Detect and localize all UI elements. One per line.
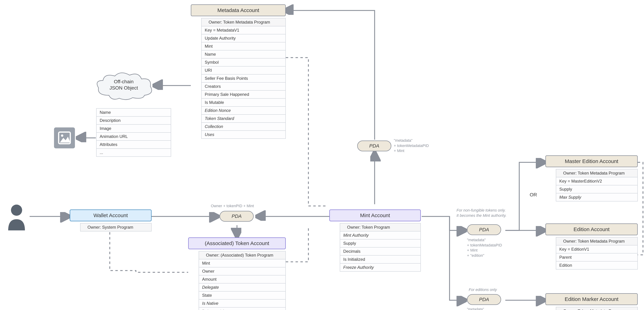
wallet-account: Wallet Account bbox=[70, 209, 152, 221]
pda-label-2: PDA bbox=[369, 143, 379, 148]
pda-marker: PDA bbox=[467, 294, 501, 305]
pda-edition: PDA bbox=[467, 224, 501, 235]
user-icon bbox=[5, 203, 28, 231]
field-row: Uses bbox=[201, 131, 286, 139]
field-row: Collection bbox=[201, 123, 286, 131]
pda-token: PDA bbox=[220, 211, 254, 222]
token-title: (Associated) Token Account bbox=[189, 238, 285, 249]
field-row: Delegate bbox=[199, 283, 286, 291]
field-row: Mint bbox=[199, 259, 286, 267]
field-row: Owner bbox=[199, 267, 286, 275]
field-row: Is Mutable bbox=[201, 99, 286, 107]
metadata-title: Metadata Account bbox=[191, 5, 285, 16]
field-row: Key = EditionV1 bbox=[556, 245, 638, 253]
edition-note: For non-fungible tokens only.It becomes … bbox=[456, 208, 506, 218]
pda-metadata-seeds: "metadata" + tokenMetadataPID + Mint bbox=[394, 138, 429, 153]
field-row: ... bbox=[96, 149, 171, 157]
field-row: Update Authority bbox=[201, 34, 286, 42]
field-row: Name bbox=[96, 108, 171, 117]
field-row: Owner: Token Metadata Program bbox=[556, 307, 638, 310]
master-edition-account: Master Edition Account bbox=[546, 155, 638, 167]
mint-title: Mint Account bbox=[330, 210, 420, 221]
edition-marker-account: Edition Marker Account bbox=[546, 293, 638, 305]
field-row: Freeze Authority bbox=[340, 264, 421, 272]
field-row: Key = MasterEditionV2 bbox=[556, 177, 638, 185]
field-row: Mint bbox=[201, 42, 286, 50]
pda-edition-seeds: "metadata" + tokenMetadataPID + Mint + "… bbox=[467, 237, 502, 258]
pda-marker-seeds: "metadata" + tokenMetadataPID + Mint + "… bbox=[467, 307, 499, 310]
edition-account: Edition Account bbox=[546, 223, 638, 235]
field-row: URI bbox=[201, 67, 286, 75]
field-row: Supply bbox=[556, 185, 638, 193]
field-row: Description bbox=[96, 117, 171, 125]
json-cloud: Off-chainJSON Object bbox=[92, 72, 155, 101]
edition-marker-title: Edition Marker Account bbox=[546, 294, 637, 304]
marker-note: For editions only bbox=[469, 287, 497, 292]
field-row: Owner: Token Program bbox=[340, 223, 421, 231]
metadata-account: Metadata Account bbox=[191, 4, 286, 16]
field-row: Amount bbox=[199, 275, 286, 283]
pda-metadata: PDA bbox=[357, 140, 391, 151]
pda-label: PDA bbox=[232, 214, 242, 219]
field-row: Max Supply bbox=[556, 193, 638, 201]
field-row: Owner: Token Metadata Program bbox=[556, 237, 638, 245]
wallet-title: Wallet Account bbox=[70, 210, 151, 221]
master-edition-title: Master Edition Account bbox=[546, 156, 637, 167]
wallet-owner: Owner: System Program bbox=[80, 223, 152, 231]
pda-label-3: PDA bbox=[479, 227, 489, 232]
edition-title: Edition Account bbox=[546, 224, 637, 235]
field-row: Owner: Token Metadata Program bbox=[556, 169, 638, 177]
field-row: Supply bbox=[340, 239, 421, 247]
pda-token-seeds: Owner + tokenPID + Mint bbox=[211, 203, 254, 209]
field-row: Name bbox=[201, 50, 286, 59]
field-row: Primary Sale Happened bbox=[201, 91, 286, 99]
field-row: Seller Fee Basis Points bbox=[201, 75, 286, 83]
field-row: Edition bbox=[556, 261, 638, 269]
mint-account: Mint Account bbox=[329, 209, 421, 221]
or-label: OR bbox=[530, 192, 537, 198]
svg-point-11 bbox=[61, 134, 63, 137]
token-account: (Associated) Token Account bbox=[188, 237, 286, 249]
field-row: Image bbox=[96, 125, 171, 133]
field-row: Symbol bbox=[201, 59, 286, 67]
pda-label-4: PDA bbox=[479, 297, 489, 302]
field-row: Decimals bbox=[340, 247, 421, 256]
field-row: Creators bbox=[201, 83, 286, 91]
field-row: Is Native bbox=[199, 299, 286, 307]
field-row: Is Initialized bbox=[340, 256, 421, 264]
image-icon bbox=[54, 127, 75, 148]
field-row: Edition Nonce bbox=[201, 107, 286, 115]
field-row: Token Standard bbox=[201, 115, 286, 123]
field-row: Animation URL bbox=[96, 133, 171, 141]
field-row: Key = MetadataV1 bbox=[201, 26, 286, 34]
field-row: Delegated Amount bbox=[199, 307, 286, 310]
field-row: Owner: Token Metadata Program bbox=[201, 18, 286, 26]
field-row: Parent bbox=[556, 253, 638, 261]
field-row: Owner: (Associated) Token Program bbox=[199, 251, 286, 259]
field-row: Attributes bbox=[96, 141, 171, 149]
svg-point-9 bbox=[11, 205, 22, 216]
field-row: Mint Authority bbox=[340, 231, 421, 239]
field-row: State bbox=[199, 291, 286, 299]
